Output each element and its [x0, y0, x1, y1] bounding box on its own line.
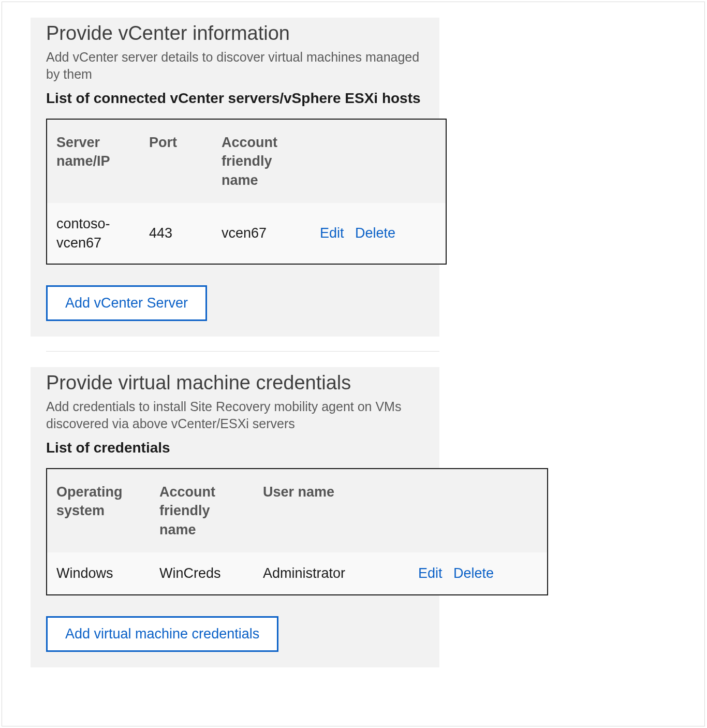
- vm-creds-title: Provide virtual machine credentials: [46, 371, 424, 395]
- col-port: Port: [140, 119, 212, 203]
- col-account: Account friendly name: [150, 469, 254, 552]
- cell-username: Administrator: [254, 552, 409, 594]
- delete-link[interactable]: Delete: [453, 565, 494, 581]
- add-vm-creds-button[interactable]: Add virtual machine credentials: [46, 616, 278, 652]
- cell-actions: Edit Delete: [311, 203, 446, 264]
- col-username: User name: [254, 469, 409, 552]
- edit-link[interactable]: Edit: [418, 565, 443, 581]
- vm-creds-subheading: List of credentials: [46, 438, 424, 458]
- table-row: contoso-vcen67 443 vcen67 Edit Delete: [47, 203, 446, 264]
- col-account: Account friendly name: [212, 119, 311, 203]
- add-vcenter-button[interactable]: Add vCenter Server: [46, 285, 207, 321]
- delete-link[interactable]: Delete: [355, 225, 395, 241]
- divider: [46, 351, 439, 352]
- vm-creds-description: Add credentials to install Site Recovery…: [46, 398, 424, 433]
- vcenter-panel: Provide vCenter information Add vCenter …: [31, 18, 439, 337]
- vcenter-title: Provide vCenter information: [46, 22, 424, 46]
- cell-os: Windows: [47, 552, 150, 594]
- table-row: Windows WinCreds Administrator Edit Dele…: [47, 552, 548, 594]
- cell-actions: Edit Delete: [409, 552, 548, 594]
- col-os: Operating system: [47, 469, 150, 552]
- edit-link[interactable]: Edit: [320, 225, 344, 241]
- cell-server: contoso-vcen67: [47, 203, 140, 264]
- vm-creds-panel: Provide virtual machine credentials Add …: [31, 367, 439, 667]
- col-server: Server name/IP: [47, 119, 140, 203]
- credentials-table: Operating system Account friendly name U…: [46, 468, 548, 595]
- vcenter-description: Add vCenter server details to discover v…: [46, 49, 424, 84]
- config-page: Provide vCenter information Add vCenter …: [2, 2, 705, 726]
- vcenter-table: Server name/IP Port Account friendly nam…: [46, 119, 447, 265]
- cell-account: WinCreds: [150, 552, 254, 594]
- cell-account: vcen67: [212, 203, 311, 264]
- vcenter-subheading: List of connected vCenter servers/vSpher…: [46, 89, 424, 108]
- col-actions: [409, 469, 548, 552]
- col-actions: [311, 119, 446, 203]
- cell-port: 443: [140, 203, 212, 264]
